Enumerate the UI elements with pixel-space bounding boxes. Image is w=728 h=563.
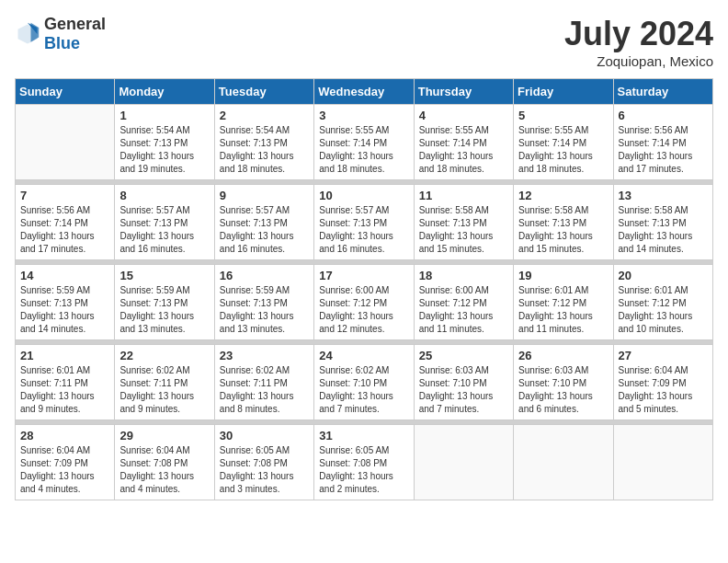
week-row-4: 21Sunrise: 6:01 AM Sunset: 7:11 PM Dayli… [16, 345, 713, 420]
calendar-cell: 28Sunrise: 6:04 AM Sunset: 7:09 PM Dayli… [16, 425, 115, 500]
day-info: Sunrise: 5:57 AM Sunset: 7:13 PM Dayligh… [319, 204, 408, 256]
day-info: Sunrise: 6:00 AM Sunset: 7:12 PM Dayligh… [419, 284, 508, 336]
day-number: 13 [619, 189, 708, 202]
calendar-cell: 27Sunrise: 6:04 AM Sunset: 7:09 PM Dayli… [613, 345, 712, 420]
week-row-2: 7Sunrise: 5:56 AM Sunset: 7:14 PM Daylig… [16, 185, 713, 260]
day-info: Sunrise: 6:01 AM Sunset: 7:12 PM Dayligh… [518, 284, 608, 336]
day-number: 4 [419, 109, 508, 122]
calendar-cell [613, 425, 712, 500]
calendar-cell: 4Sunrise: 5:55 AM Sunset: 7:14 PM Daylig… [414, 105, 513, 180]
day-info: Sunrise: 6:03 AM Sunset: 7:10 PM Dayligh… [419, 364, 508, 416]
calendar-cell: 12Sunrise: 5:58 AM Sunset: 7:13 PM Dayli… [514, 185, 613, 260]
day-number: 14 [20, 269, 109, 282]
calendar-cell: 25Sunrise: 6:03 AM Sunset: 7:10 PM Dayli… [414, 345, 513, 420]
calendar-cell: 6Sunrise: 5:56 AM Sunset: 7:14 PM Daylig… [613, 105, 712, 180]
calendar-cell: 31Sunrise: 6:05 AM Sunset: 7:08 PM Dayli… [314, 425, 414, 500]
calendar-cell: 22Sunrise: 6:02 AM Sunset: 7:11 PM Dayli… [115, 345, 214, 420]
day-number: 12 [518, 189, 608, 202]
day-info: Sunrise: 5:58 AM Sunset: 7:13 PM Dayligh… [619, 204, 708, 256]
page-header: General Blue July 2024 Zoquiopan, Mexico [15, 15, 713, 69]
day-info: Sunrise: 5:55 AM Sunset: 7:14 PM Dayligh… [518, 124, 608, 176]
day-number: 21 [20, 349, 109, 362]
day-info: Sunrise: 5:58 AM Sunset: 7:13 PM Dayligh… [518, 204, 608, 256]
week-row-1: 1Sunrise: 5:54 AM Sunset: 7:13 PM Daylig… [16, 105, 713, 180]
day-info: Sunrise: 6:01 AM Sunset: 7:12 PM Dayligh… [619, 284, 708, 336]
logo-general: General [44, 15, 106, 33]
day-info: Sunrise: 5:59 AM Sunset: 7:13 PM Dayligh… [220, 284, 309, 336]
day-number: 30 [220, 429, 309, 442]
day-number: 25 [419, 349, 508, 362]
calendar-cell [414, 425, 513, 500]
calendar-cell: 30Sunrise: 6:05 AM Sunset: 7:08 PM Dayli… [214, 425, 313, 500]
day-info: Sunrise: 6:04 AM Sunset: 7:09 PM Dayligh… [20, 444, 109, 496]
calendar-cell: 29Sunrise: 6:04 AM Sunset: 7:08 PM Dayli… [115, 425, 214, 500]
calendar-cell: 15Sunrise: 5:59 AM Sunset: 7:13 PM Dayli… [115, 265, 214, 340]
day-info: Sunrise: 6:01 AM Sunset: 7:11 PM Dayligh… [20, 364, 109, 416]
calendar-cell: 10Sunrise: 5:57 AM Sunset: 7:13 PM Dayli… [314, 185, 414, 260]
day-info: Sunrise: 5:59 AM Sunset: 7:13 PM Dayligh… [20, 284, 109, 336]
day-number: 16 [220, 269, 309, 282]
day-info: Sunrise: 6:02 AM Sunset: 7:11 PM Dayligh… [220, 364, 309, 416]
day-number: 2 [220, 109, 309, 122]
day-info: Sunrise: 6:04 AM Sunset: 7:08 PM Dayligh… [119, 444, 209, 496]
day-info: Sunrise: 5:54 AM Sunset: 7:13 PM Dayligh… [119, 124, 209, 176]
day-info: Sunrise: 5:55 AM Sunset: 7:14 PM Dayligh… [319, 124, 408, 176]
logo: General Blue [15, 15, 106, 53]
day-number: 26 [518, 349, 608, 362]
day-info: Sunrise: 5:58 AM Sunset: 7:13 PM Dayligh… [419, 204, 508, 256]
day-info: Sunrise: 5:59 AM Sunset: 7:13 PM Dayligh… [119, 284, 209, 336]
calendar-cell: 3Sunrise: 5:55 AM Sunset: 7:14 PM Daylig… [314, 105, 414, 180]
weekday-header-friday: Friday [514, 79, 613, 105]
calendar-table: SundayMondayTuesdayWednesdayThursdayFrid… [15, 78, 713, 500]
day-number: 9 [220, 189, 309, 202]
day-number: 29 [119, 429, 209, 442]
weekday-header-wednesday: Wednesday [314, 79, 414, 105]
day-number: 6 [619, 109, 708, 122]
calendar-cell: 23Sunrise: 6:02 AM Sunset: 7:11 PM Dayli… [214, 345, 313, 420]
day-number: 20 [619, 269, 708, 282]
calendar-cell [514, 425, 613, 500]
weekday-header-sunday: Sunday [16, 79, 115, 105]
day-info: Sunrise: 5:56 AM Sunset: 7:14 PM Dayligh… [619, 124, 708, 176]
calendar-cell: 13Sunrise: 5:58 AM Sunset: 7:13 PM Dayli… [613, 185, 712, 260]
day-number: 28 [20, 429, 109, 442]
logo-blue: Blue [44, 34, 80, 52]
calendar-cell: 24Sunrise: 6:02 AM Sunset: 7:10 PM Dayli… [314, 345, 414, 420]
weekday-header-row: SundayMondayTuesdayWednesdayThursdayFrid… [16, 79, 713, 105]
calendar-cell: 5Sunrise: 5:55 AM Sunset: 7:14 PM Daylig… [514, 105, 613, 180]
day-number: 17 [319, 269, 408, 282]
calendar-cell: 2Sunrise: 5:54 AM Sunset: 7:13 PM Daylig… [214, 105, 313, 180]
day-number: 23 [220, 349, 309, 362]
day-number: 24 [319, 349, 408, 362]
day-info: Sunrise: 6:03 AM Sunset: 7:10 PM Dayligh… [518, 364, 608, 416]
day-info: Sunrise: 6:00 AM Sunset: 7:12 PM Dayligh… [319, 284, 408, 336]
calendar-cell: 1Sunrise: 5:54 AM Sunset: 7:13 PM Daylig… [115, 105, 214, 180]
logo-icon [15, 21, 40, 47]
day-info: Sunrise: 6:05 AM Sunset: 7:08 PM Dayligh… [319, 444, 408, 496]
day-number: 19 [518, 269, 608, 282]
calendar-cell: 7Sunrise: 5:56 AM Sunset: 7:14 PM Daylig… [16, 185, 115, 260]
day-info: Sunrise: 5:56 AM Sunset: 7:14 PM Dayligh… [20, 204, 109, 256]
calendar-cell: 18Sunrise: 6:00 AM Sunset: 7:12 PM Dayli… [414, 265, 513, 340]
calendar-cell: 19Sunrise: 6:01 AM Sunset: 7:12 PM Dayli… [514, 265, 613, 340]
day-number: 8 [119, 189, 209, 202]
day-number: 11 [419, 189, 508, 202]
day-info: Sunrise: 5:54 AM Sunset: 7:13 PM Dayligh… [220, 124, 309, 176]
day-info: Sunrise: 6:02 AM Sunset: 7:11 PM Dayligh… [119, 364, 209, 416]
weekday-header-saturday: Saturday [613, 79, 712, 105]
weekday-header-monday: Monday [115, 79, 214, 105]
weekday-header-tuesday: Tuesday [214, 79, 313, 105]
day-number: 15 [119, 269, 209, 282]
day-number: 10 [319, 189, 408, 202]
calendar-cell: 14Sunrise: 5:59 AM Sunset: 7:13 PM Dayli… [16, 265, 115, 340]
day-number: 18 [419, 269, 508, 282]
location: Zoquiopan, Mexico [564, 53, 713, 69]
calendar-cell: 9Sunrise: 5:57 AM Sunset: 7:13 PM Daylig… [214, 185, 313, 260]
day-number: 1 [119, 109, 209, 122]
weekday-header-thursday: Thursday [414, 79, 513, 105]
day-number: 22 [119, 349, 209, 362]
day-number: 7 [20, 189, 109, 202]
day-info: Sunrise: 5:57 AM Sunset: 7:13 PM Dayligh… [220, 204, 309, 256]
day-info: Sunrise: 5:55 AM Sunset: 7:14 PM Dayligh… [419, 124, 508, 176]
day-number: 3 [319, 109, 408, 122]
